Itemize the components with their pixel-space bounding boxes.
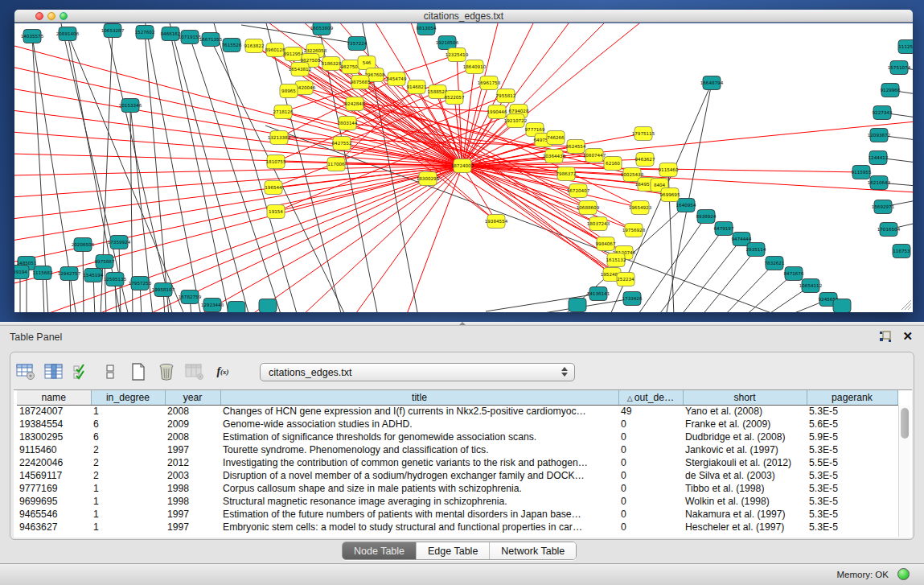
svg-text:20364436: 20364436 bbox=[543, 154, 566, 159]
svg-text:1115682: 1115682 bbox=[33, 270, 53, 275]
table-panel-title: Table Panel bbox=[10, 332, 62, 343]
column-header-indegree[interactable]: in_degree bbox=[91, 390, 165, 405]
tab-network-table[interactable]: Network Table bbox=[490, 542, 576, 559]
svg-text:9474444: 9474444 bbox=[732, 237, 752, 241]
svg-text:9227343: 9227343 bbox=[873, 110, 893, 115]
graph-node[interactable] bbox=[833, 299, 851, 313]
svg-text:19958107: 19958107 bbox=[152, 287, 175, 292]
memory-ok-indicator-icon[interactable] bbox=[897, 568, 910, 580]
svg-text:19654923: 19654923 bbox=[629, 205, 652, 210]
table-panel-header: Table Panel ✕ bbox=[0, 326, 924, 348]
table-row[interactable]: 1830029562008Estimation of significance … bbox=[17, 431, 897, 443]
table-select-dropdown[interactable]: citations_edges.txt bbox=[260, 363, 575, 381]
table-select-value: citations_edges.txt bbox=[269, 367, 352, 378]
graph-node[interactable] bbox=[228, 302, 245, 313]
column-header-title[interactable]: title bbox=[220, 390, 618, 405]
svg-text:17359924: 17359924 bbox=[108, 240, 131, 245]
select-all-check-icon[interactable] bbox=[72, 360, 92, 383]
table-scrollbar[interactable] bbox=[898, 406, 910, 537]
table-row[interactable]: 946554611997Estimation of the future num… bbox=[17, 508, 897, 521]
svg-text:19210722: 19210722 bbox=[504, 118, 527, 123]
graph-node[interactable] bbox=[259, 299, 277, 313]
column-header-pagerank[interactable]: pagerank bbox=[807, 390, 897, 405]
window-title: citations_edges.txt bbox=[14, 10, 913, 22]
svg-text:16720407: 16720407 bbox=[567, 188, 590, 193]
svg-text:19154: 19154 bbox=[269, 209, 283, 214]
svg-text:196544: 196544 bbox=[265, 185, 282, 190]
attribute-table[interactable]: namein_degreeyeartitle△out_de…shortpager… bbox=[14, 389, 912, 538]
table-row[interactable]: 969969511998Structural magnetic resonanc… bbox=[17, 495, 897, 508]
svg-text:1244412: 1244412 bbox=[869, 155, 889, 160]
svg-text:10807447: 10807447 bbox=[583, 153, 606, 158]
memory-status-label: Memory: OK bbox=[836, 570, 889, 579]
svg-text:16782759: 16782759 bbox=[179, 295, 202, 299]
window-titlebar[interactable]: citations_edges.txt bbox=[14, 10, 913, 23]
column-header-short[interactable]: short bbox=[683, 390, 807, 405]
svg-text:111257: 111257 bbox=[898, 44, 913, 49]
svg-text:10719155: 10719155 bbox=[179, 35, 202, 39]
svg-text:252234: 252234 bbox=[617, 277, 634, 282]
graph-node[interactable] bbox=[569, 299, 586, 312]
svg-text:19756928: 19756928 bbox=[622, 228, 646, 233]
svg-text:9975887: 9975887 bbox=[95, 259, 115, 264]
svg-text:20891406: 20891406 bbox=[56, 31, 80, 36]
svg-text:6479197: 6479197 bbox=[714, 226, 734, 231]
table-settings-icon[interactable] bbox=[15, 360, 36, 383]
svg-text:8960128: 8960128 bbox=[265, 47, 285, 52]
network-view-window[interactable]: citations_edges.txt 14035575208914061065… bbox=[14, 10, 913, 312]
resize-grip-icon[interactable] bbox=[901, 300, 911, 310]
new-document-icon[interactable] bbox=[128, 360, 149, 383]
svg-text:19218506: 19218506 bbox=[436, 40, 459, 45]
select-columns-icon[interactable] bbox=[43, 360, 64, 383]
svg-text:1615132: 1615132 bbox=[606, 257, 626, 262]
tab-edge-table[interactable]: Edge Table bbox=[417, 542, 490, 559]
svg-text:9129966: 9129966 bbox=[881, 88, 901, 93]
sort-ascending-icon: △ bbox=[627, 394, 633, 402]
svg-text:8427552: 8427552 bbox=[332, 141, 352, 146]
close-panel-icon[interactable]: ✕ bbox=[902, 329, 913, 344]
divider-grip-icon[interactable] bbox=[459, 322, 466, 325]
svg-text:12942757: 12942757 bbox=[58, 271, 81, 276]
table-row[interactable]: 1938455462009Genome-wide association stu… bbox=[17, 418, 897, 431]
table-type-tabs: Node Table Edge Table Network Table bbox=[342, 542, 577, 560]
column-header-year[interactable]: year bbox=[165, 390, 220, 405]
svg-text:12325419: 12325419 bbox=[446, 52, 469, 57]
cytoscape-desktop: citations_edges.txt 14035575208914061065… bbox=[0, 0, 924, 322]
svg-text:8912954: 8912954 bbox=[284, 51, 304, 56]
table-row[interactable]: 977716911998Corpus callosum shape and si… bbox=[17, 482, 897, 495]
rows-icon[interactable] bbox=[100, 360, 121, 383]
svg-text:1588520: 1588520 bbox=[428, 89, 448, 94]
svg-text:18037243: 18037243 bbox=[587, 221, 610, 226]
svg-text:98965: 98965 bbox=[281, 89, 296, 93]
float-panel-icon[interactable] bbox=[879, 331, 892, 343]
svg-text:14035575: 14035575 bbox=[21, 34, 44, 39]
svg-text:1527602: 1527602 bbox=[135, 30, 155, 35]
svg-text:8522057: 8522057 bbox=[445, 95, 465, 100]
delete-icon[interactable] bbox=[156, 360, 177, 383]
column-header-name[interactable]: name bbox=[17, 390, 91, 405]
function-icon[interactable]: f(x) bbox=[212, 360, 233, 383]
network-canvas[interactable]: 1403557520891406106532871527602846616210… bbox=[14, 23, 913, 312]
svg-text:15751074: 15751074 bbox=[888, 65, 911, 70]
svg-text:9777169: 9777169 bbox=[525, 127, 545, 132]
table-row[interactable]: 1456911722003Disruption of a novel membe… bbox=[17, 469, 897, 482]
svg-text:9242848: 9242848 bbox=[345, 101, 365, 106]
svg-text:16648794: 16648794 bbox=[700, 80, 724, 85]
table-row[interactable]: 2242004622012Investigating the contribut… bbox=[17, 456, 897, 469]
svg-text:10025438: 10025438 bbox=[621, 172, 644, 177]
table-scrollbar-thumb[interactable] bbox=[901, 408, 909, 439]
table-row[interactable]: 911546021997Tourette syndrome. Phenomeno… bbox=[17, 443, 897, 456]
svg-text:18640910: 18640910 bbox=[463, 64, 487, 69]
tab-node-table[interactable]: Node Table bbox=[343, 542, 417, 559]
table-row[interactable]: 1872400712008Changes of HCN gene express… bbox=[17, 405, 897, 418]
svg-text:116753: 116753 bbox=[893, 249, 910, 253]
column-header-outde[interactable]: △out_de… bbox=[618, 390, 683, 405]
svg-text:20206506: 20206506 bbox=[72, 242, 95, 247]
svg-text:10688609: 10688609 bbox=[577, 205, 600, 210]
svg-text:8404: 8404 bbox=[654, 183, 666, 187]
svg-text:6794028: 6794028 bbox=[509, 109, 529, 113]
svg-text:20153346: 20153346 bbox=[119, 103, 142, 108]
svg-text:9984067: 9984067 bbox=[596, 241, 616, 246]
table-row[interactable]: 946362711997Embryonic stem cells: a mode… bbox=[17, 521, 897, 534]
svg-text:9146821: 9146821 bbox=[407, 84, 427, 89]
